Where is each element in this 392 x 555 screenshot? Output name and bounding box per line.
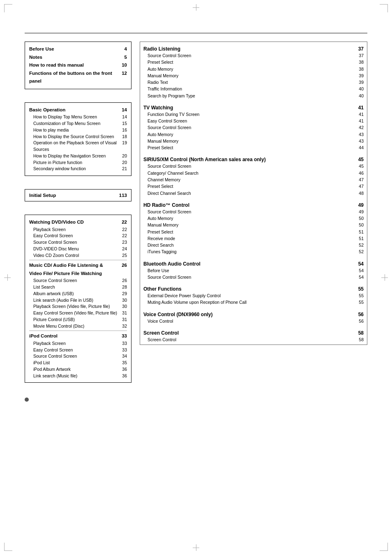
right-item: Manual Memory43 xyxy=(143,138,364,144)
toc-page: 30 xyxy=(119,297,127,304)
right-item: Source Control Screen45 xyxy=(143,163,364,169)
item-label: Manual Memory xyxy=(148,138,355,144)
right-item: Direct Channel Search48 xyxy=(143,190,364,197)
toc-page: 29 xyxy=(119,291,127,297)
section-label: Voice Control (DNX9960 only) xyxy=(143,312,358,317)
dot-icon xyxy=(25,398,29,402)
item-label: iTunes Tagging xyxy=(148,248,355,255)
toc-page: 10 xyxy=(122,61,127,69)
section-page: 49 xyxy=(358,202,364,208)
toc-label: Playback Screen xyxy=(33,227,119,233)
item-page: 55 xyxy=(355,292,364,299)
item-page: 40 xyxy=(355,86,364,92)
right-item: Preset Select44 xyxy=(143,144,364,151)
right-item: Auto Memory50 xyxy=(143,215,364,222)
bottom-note xyxy=(25,398,367,402)
right-item: Direct Search52 xyxy=(143,242,364,248)
toc-page: 36 xyxy=(119,366,127,373)
item-page: 38 xyxy=(355,66,364,72)
item-page: 51 xyxy=(355,235,364,242)
toc-sub-entry: Playback Screen33 xyxy=(29,340,127,347)
toc-label: Easy Control Screen xyxy=(33,347,119,354)
item-label: Easy Control Screen xyxy=(148,118,355,124)
toc-entry: How to read this manual10 xyxy=(29,61,127,69)
toc-sub-entry: Operation on the Playback Screen of Visu… xyxy=(29,140,127,153)
toc-entry: Notes5 xyxy=(29,53,127,62)
toc-box-basic: Basic Operation14How to Display Top Menu… xyxy=(25,102,131,176)
toc-page: 33 xyxy=(119,347,127,354)
section-label: SIRIUS/XM Control (North American sales … xyxy=(143,157,358,162)
right-item: Radio Text39 xyxy=(143,79,364,86)
toc-page: 35 xyxy=(119,360,127,366)
toc-sub-entry: Album artwork (USB)29 xyxy=(29,291,127,297)
section-page: 56 xyxy=(358,312,364,317)
toc-sub-entry: Easy Control Screen33 xyxy=(29,347,127,354)
item-label: Source Control Screen xyxy=(148,274,355,280)
right-item: Preset Select38 xyxy=(143,59,364,65)
item-page: 44 xyxy=(355,144,364,151)
setup-label: Initial Setup xyxy=(29,193,56,198)
right-toc-box: Radio Listening37Source Control Screen37… xyxy=(140,42,367,345)
right-section-header: Voice Control (DNX9960 only)56 xyxy=(143,312,364,317)
toc-page: 28 xyxy=(119,284,127,291)
item-label: Preset Select xyxy=(148,183,355,190)
section-page: 41 xyxy=(358,105,364,111)
item-label: Manual Memory xyxy=(148,222,355,228)
toc-sub-entry: Video CD Zoom Control25 xyxy=(29,252,127,259)
toc-label: Video CD Zoom Control xyxy=(33,252,119,259)
section-page: 45 xyxy=(358,157,364,162)
item-page: 41 xyxy=(355,111,364,118)
section-label: TV Watching xyxy=(143,105,358,111)
toc-label: iPod Album Artwork xyxy=(33,366,119,373)
toc-sub-entry: Link search (Music file)36 xyxy=(29,373,127,379)
item-label: Manual Memory xyxy=(148,72,355,79)
corner-mark-bl xyxy=(4,543,12,551)
item-label: Channel Memory xyxy=(148,176,355,183)
toc-sub-entry: iPod Album Artwork36 xyxy=(29,366,127,373)
section-page: 58 xyxy=(358,330,364,336)
toc-page: 31 xyxy=(119,310,127,317)
toc-section-header: Basic Operation14 xyxy=(29,106,127,114)
item-page: 39 xyxy=(355,79,364,86)
right-section-header: TV Watching41 xyxy=(143,105,364,111)
crosshair-right xyxy=(381,274,388,281)
item-page: 39 xyxy=(355,72,364,79)
toc-label: Source Control Screen xyxy=(33,239,119,246)
item-page: 58 xyxy=(355,336,364,343)
toc-label: Source Control Screen xyxy=(33,278,119,284)
toc-label: Link search (Music file) xyxy=(33,373,119,379)
item-page: 50 xyxy=(355,215,364,222)
item-label: Source Control Screen xyxy=(148,208,355,215)
toc-page: 24 xyxy=(119,246,127,252)
item-label: Muting Audio Volume upon Reception of Ph… xyxy=(148,299,355,305)
toc-sub-entry: Playback Screen22 xyxy=(29,227,127,233)
toc-label: List Search xyxy=(33,284,119,291)
item-label: Voice Control xyxy=(148,318,355,324)
toc-page: 36 xyxy=(119,373,127,379)
toc-page: 14 xyxy=(119,114,127,120)
item-label: Before Use xyxy=(148,267,355,274)
toc-section-header: iPod Control33 xyxy=(29,332,127,340)
toc-sub-entry: How to Display Top Menu Screen14 xyxy=(29,114,127,120)
right-section: TV Watching41Function During TV Screen41… xyxy=(140,101,367,153)
item-page: 47 xyxy=(355,176,364,183)
corner-mark-tr xyxy=(380,4,388,12)
section-label: Other Functions xyxy=(143,286,358,292)
toc-entry: Functions of the buttons on the front pa… xyxy=(29,69,127,86)
toc-page: 18 xyxy=(119,134,127,140)
toc-label: Secondary window function xyxy=(33,166,119,172)
crosshair-top xyxy=(193,4,199,11)
toc-sub-entry: DVD-VIDEO Disc Menu24 xyxy=(29,246,127,252)
item-page: 37 xyxy=(355,52,364,59)
toc-sub-entry: iPod List35 xyxy=(29,360,127,366)
right-item: Screen Control58 xyxy=(143,336,364,343)
title-rule xyxy=(25,33,367,33)
item-label: Direct Search xyxy=(148,242,355,248)
toc-page: 32 xyxy=(119,323,127,330)
item-label: Source Control Screen xyxy=(148,124,355,131)
item-page: 45 xyxy=(355,163,364,169)
item-page: 41 xyxy=(355,118,364,124)
item-label: External Device Power Supply Control xyxy=(148,292,355,299)
section-page: 54 xyxy=(358,261,364,267)
right-item: Before Use54 xyxy=(143,267,364,274)
